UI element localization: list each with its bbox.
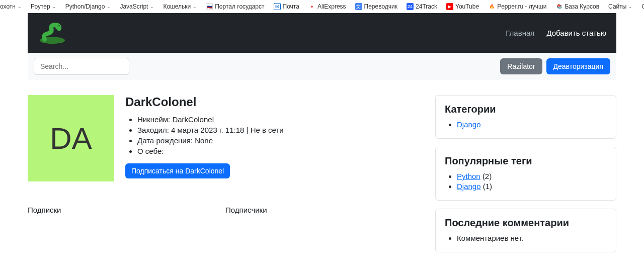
- site-logo[interactable]: [38, 20, 67, 46]
- tag-link[interactable]: Python: [457, 172, 480, 180]
- subbar: Razilator Деавторизация: [28, 53, 616, 80]
- profile-info: DarkColonel Никнейм: DarkColonel Заходил…: [125, 95, 284, 178]
- chevron-down-icon: ⌄: [107, 4, 111, 9]
- comments-empty: Комментариев нет.: [457, 234, 607, 242]
- bookmark-label: Сайты: [608, 3, 626, 10]
- bookmark-label: Роутер: [31, 3, 50, 10]
- profile-about: О себе:: [137, 147, 284, 155]
- bookmark-label: охотн: [0, 3, 16, 10]
- nav-add-article[interactable]: Добавить статью: [546, 29, 606, 37]
- svg-point-2: [58, 25, 59, 26]
- subbar-right: Razilator Деавторизация: [500, 58, 610, 74]
- list-item: Django (1): [457, 182, 607, 191]
- profile-birthday: Дата рождения: None: [137, 136, 284, 145]
- main-column: DA DarkColonel Никнейм: DarkColonel Захо…: [28, 95, 423, 260]
- profile-details-list: Никнейм: DarkColonel Заходил: 4 марта 20…: [125, 115, 284, 155]
- youtube-icon: ▶: [446, 3, 453, 10]
- flag-icon: 🇷🇺: [206, 3, 213, 10]
- bookmark-label: База Курсов: [565, 3, 599, 10]
- comments-title: Последние комментарии: [445, 217, 607, 229]
- bookmarks-bar: охотн ⌄ Роутер ⌄ Python/Django ⌄ JavaScr…: [0, 0, 644, 13]
- mail-icon: ✉: [274, 3, 281, 10]
- bookmark-item[interactable]: 🇷🇺 Портал государст: [206, 3, 264, 10]
- category-link[interactable]: Django: [457, 120, 481, 129]
- bookmark-item[interactable]: ● AliExpress: [308, 3, 346, 10]
- bookmark-label: Кошельки: [163, 3, 191, 10]
- bookmark-label: Pepper.ru - лучши: [497, 3, 546, 10]
- tag-count: (2): [482, 172, 492, 180]
- tags-card: Популярные теги Python (2) Django (1): [435, 147, 616, 201]
- nav-links: Главная Добавить статью: [506, 29, 606, 37]
- bookmark-item[interactable]: ▶ YouTube: [446, 3, 479, 10]
- svg-point-1: [55, 24, 61, 30]
- bookmark-item[interactable]: 📚 База Курсов: [555, 3, 599, 10]
- bookmark-item[interactable]: JavaScript ⌄: [120, 3, 154, 10]
- page-container: Главная Добавить статью Razilator Деавто…: [28, 13, 616, 260]
- profile-name: DarkColonel: [125, 95, 284, 109]
- comments-list: Комментариев нет.: [445, 234, 607, 242]
- categories-list: Django: [445, 120, 607, 129]
- bookmark-item[interactable]: 🔥 Pepper.ru - лучши: [488, 3, 546, 10]
- sidebar: Категории Django Популярные теги Python …: [435, 95, 616, 260]
- bookmark-label: GitHub: [641, 3, 644, 10]
- bookmark-label: Переводчик: [364, 3, 398, 10]
- main-row: DA DarkColonel Никнейм: DarkColonel Захо…: [28, 80, 616, 260]
- profile-lastseen: Заходил: 4 марта 2023 г. 11:18 | Не в се…: [137, 126, 284, 134]
- nav-home[interactable]: Главная: [506, 29, 534, 37]
- bookmark-label: JavaScript: [120, 3, 148, 10]
- list-item: Python (2): [457, 172, 607, 180]
- subscribe-button[interactable]: Подписаться на DarkColonel: [125, 163, 230, 178]
- pepper-icon: 🔥: [488, 3, 495, 10]
- categories-title: Категории: [445, 104, 607, 115]
- tags-list: Python (2) Django (1): [445, 172, 607, 191]
- bookmark-label: Python/Django: [65, 3, 105, 10]
- courses-icon: 📚: [555, 3, 562, 10]
- search-input[interactable]: [34, 58, 129, 75]
- profile-nickname: Никнейм: DarkColonel: [137, 115, 284, 124]
- username-button[interactable]: Razilator: [500, 58, 542, 74]
- tag-count: (1): [483, 182, 492, 191]
- bookmark-item[interactable]: Python/Django ⌄: [65, 3, 111, 10]
- profile-block: DA DarkColonel Никнейм: DarkColonel Захо…: [28, 95, 423, 181]
- bookmark-label: 24Track: [416, 3, 437, 10]
- snake-logo-icon: [38, 20, 67, 44]
- bookmark-item[interactable]: 文 Переводчик: [355, 3, 398, 10]
- tab-subscribers[interactable]: Подписчики: [225, 206, 423, 214]
- bookmark-item[interactable]: охотн ⌄: [0, 3, 22, 10]
- bookmark-item[interactable]: GitHub: [641, 3, 644, 10]
- comments-card: Последние комментарии Комментариев нет.: [435, 209, 616, 252]
- aliexpress-icon: ●: [308, 3, 315, 10]
- bookmark-label: AliExpress: [317, 3, 346, 10]
- bookmark-label: Портал государст: [215, 3, 264, 10]
- logout-button[interactable]: Деавторизация: [546, 58, 610, 74]
- bookmark-item[interactable]: 24 24Track: [407, 3, 437, 10]
- tag-link[interactable]: Django: [457, 182, 481, 191]
- translate-icon: 文: [355, 3, 362, 10]
- chevron-down-icon: ⌄: [52, 4, 56, 9]
- list-item: Django: [457, 120, 607, 129]
- avatar-initials: DA: [50, 121, 92, 156]
- tabs-row: Подписки Подписчики: [28, 206, 423, 214]
- navbar: Главная Добавить статью: [28, 13, 616, 53]
- bookmark-item[interactable]: Кошельки ⌄: [163, 3, 197, 10]
- bookmark-item[interactable]: Роутер ⌄: [31, 3, 56, 10]
- bookmark-label: Почта: [283, 3, 299, 10]
- bookmark-item[interactable]: Сайты ⌄: [608, 3, 632, 10]
- chevron-down-icon: ⌄: [193, 4, 197, 9]
- categories-card: Категории Django: [435, 95, 616, 139]
- chevron-down-icon: ⌄: [150, 4, 154, 9]
- tags-title: Популярные теги: [445, 155, 607, 167]
- chevron-down-icon: ⌄: [18, 4, 22, 9]
- bookmark-item[interactable]: ✉ Почта: [274, 3, 299, 10]
- chevron-down-icon: ⌄: [628, 4, 632, 9]
- avatar: DA: [28, 95, 114, 181]
- track-icon: 24: [407, 3, 414, 10]
- bookmark-label: YouTube: [455, 3, 479, 10]
- tab-subscriptions[interactable]: Подписки: [28, 206, 225, 214]
